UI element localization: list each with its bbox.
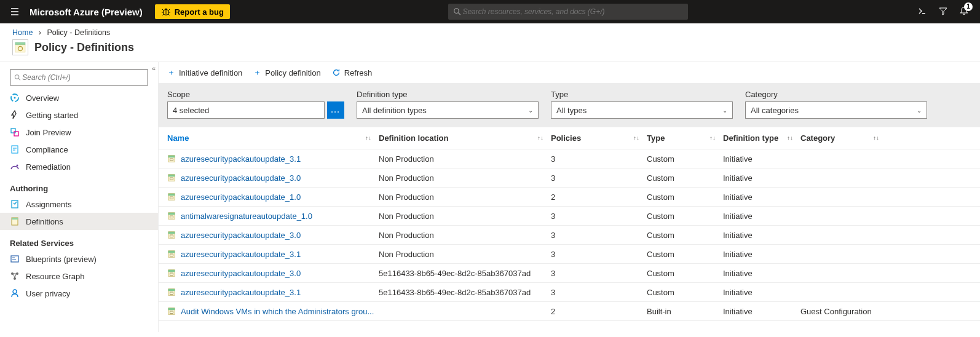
report-bug-button[interactable]: Report a bug: [155, 4, 230, 19]
svg-rect-15: [11, 256, 18, 262]
content: « Overview Getting started Join Preview …: [0, 61, 980, 332]
filter-category: Category All categories ⌄: [745, 90, 927, 119]
breadcrumb-sep: ›: [35, 28, 45, 37]
sidebar-item-getting-started[interactable]: Getting started: [0, 106, 158, 124]
notifications-button[interactable]: 1: [959, 6, 969, 18]
table-row: azuresecuritypackautoupdate_1.0Non Produ…: [159, 188, 980, 207]
cell-location: Non Production: [379, 212, 551, 221]
global-search[interactable]: [448, 4, 688, 20]
definition-link[interactable]: Audit Windows VMs in which the Administr…: [181, 307, 374, 316]
search-icon: [453, 7, 461, 16]
initiative-icon: [167, 288, 176, 296]
sidebar-section-related: Related Services: [0, 230, 158, 250]
svg-rect-3: [15, 45, 25, 52]
definition-link[interactable]: azuresecuritypackautoupdate_3.0: [181, 269, 301, 278]
add-initiative-definition-button[interactable]: ＋ Initiative definition: [167, 67, 242, 78]
sidebar-item-label: Join Preview: [26, 128, 71, 137]
cell-policies: 3: [551, 154, 647, 164]
refresh-button[interactable]: Refresh: [332, 68, 373, 77]
sidebar-item-compliance[interactable]: Compliance: [0, 141, 158, 158]
cell-policies: 3: [551, 212, 647, 221]
definition-link[interactable]: antimalwaresignatureautoupdate_1.0: [181, 212, 312, 221]
cell-definition-type: Initiative: [723, 288, 800, 297]
breadcrumb: Home › Policy - Definitions: [0, 23, 980, 39]
refresh-label: Refresh: [344, 68, 373, 77]
sidebar-item-label: Compliance: [26, 145, 68, 154]
cell-type: Custom: [647, 269, 723, 278]
table-row: azuresecuritypackautoupdate_3.05e116433-…: [159, 264, 980, 283]
column-header-policies[interactable]: Policies↑↓: [551, 133, 647, 143]
remediation-icon: [10, 162, 20, 172]
resource-graph-icon: [10, 271, 20, 281]
cell-definition-type: Initiative: [723, 212, 800, 221]
sidebar-search-input[interactable]: [21, 73, 144, 82]
filter-deftype-select[interactable]: All definition types ⌄: [357, 101, 539, 119]
breadcrumb-home[interactable]: Home: [12, 28, 33, 37]
cloud-shell-button[interactable]: [917, 6, 927, 18]
preview-icon: [10, 127, 20, 137]
cell-name: azuresecuritypackautoupdate_3.1: [167, 288, 379, 297]
sidebar-item-assignments[interactable]: Assignments: [0, 196, 158, 213]
initiative-icon: [167, 154, 176, 163]
cell-type: Built-in: [647, 307, 723, 316]
column-header-type[interactable]: Type↑↓: [647, 133, 723, 143]
sidebar-item-resource-graph[interactable]: Resource Graph: [0, 268, 158, 285]
brand-label: Microsoft Azure (Preview): [30, 7, 155, 17]
filter-cat-select[interactable]: All categories ⌄: [745, 101, 927, 119]
sidebar-item-definitions[interactable]: Definitions: [0, 213, 158, 230]
cell-category: Guest Configuration: [800, 307, 887, 316]
cell-policies: 2: [551, 307, 647, 316]
sidebar-search[interactable]: [10, 69, 148, 85]
definition-link[interactable]: azuresecuritypackautoupdate_3.0: [181, 231, 301, 240]
table-row: azuresecuritypackautoupdate_3.15e116433-…: [159, 283, 980, 302]
sidebar-item-join-preview[interactable]: Join Preview: [0, 124, 158, 141]
global-search-input[interactable]: [461, 7, 683, 17]
add-initiative-label: Initiative definition: [179, 68, 242, 77]
sidebar-collapse[interactable]: «: [152, 65, 156, 72]
svg-rect-33: [168, 232, 175, 234]
user-privacy-icon: [10, 288, 20, 298]
directory-filter-button[interactable]: [938, 6, 948, 18]
cell-policies: 3: [551, 288, 647, 297]
cell-policies: 3: [551, 231, 647, 240]
filter-scope-picker-button[interactable]: ...: [327, 101, 344, 119]
report-bug-label: Report a bug: [175, 7, 224, 17]
add-policy-definition-button[interactable]: ＋ Policy definition: [253, 67, 320, 78]
breadcrumb-current[interactable]: Policy - Definitions: [47, 28, 110, 37]
svg-rect-39: [168, 270, 175, 272]
definition-link[interactable]: azuresecuritypackautoupdate_3.1: [181, 154, 301, 164]
table-body: azuresecuritypackautoupdate_3.1Non Produ…: [159, 149, 980, 321]
svg-rect-24: [168, 175, 175, 177]
policy-icon: [15, 42, 26, 53]
sidebar-item-label: Blueprints (preview): [26, 255, 97, 264]
cell-location: 5e116433-8b65-49ec-8d2c-85ab367037ad: [379, 288, 551, 297]
hamburger-menu[interactable]: [0, 7, 30, 17]
svg-rect-8: [11, 129, 15, 133]
filter-scope-select[interactable]: 4 selected: [167, 101, 325, 119]
cell-policies: 3: [551, 250, 647, 259]
cell-definition-type: Initiative: [723, 269, 800, 278]
command-bar: ＋ Initiative definition ＋ Policy definit…: [159, 62, 980, 84]
definition-link[interactable]: azuresecuritypackautoupdate_1.0: [181, 192, 301, 202]
sidebar-item-remediation[interactable]: Remediation: [0, 158, 158, 175]
definition-link[interactable]: azuresecuritypackautoupdate_3.1: [181, 288, 301, 297]
column-header-location[interactable]: Definition location↑↓: [379, 133, 551, 143]
sidebar: « Overview Getting started Join Preview …: [0, 62, 159, 332]
column-header-definition-type[interactable]: Definition type↑↓: [723, 133, 800, 143]
filter-scope-value: 4 selected: [173, 106, 209, 115]
filter-deftype-label: Definition type: [357, 90, 539, 99]
initiative-icon: [167, 173, 176, 182]
column-header-name[interactable]: Name↑↓: [167, 133, 379, 143]
sidebar-item-overview[interactable]: Overview: [0, 89, 158, 106]
sidebar-item-user-privacy[interactable]: User privacy: [0, 285, 158, 302]
definition-link[interactable]: azuresecuritypackautoupdate_3.1: [181, 250, 301, 259]
initiative-icon: [167, 307, 176, 315]
filter-type-select[interactable]: All types ⌄: [551, 101, 733, 119]
column-header-category[interactable]: Category↑↓: [800, 133, 887, 143]
overview-icon: [10, 93, 20, 103]
hamburger-icon: [10, 7, 20, 17]
sidebar-item-blueprints[interactable]: Blueprints (preview): [0, 250, 158, 268]
cell-definition-type: Initiative: [723, 192, 800, 202]
cell-definition-type: Initiative: [723, 250, 800, 259]
definition-link[interactable]: azuresecuritypackautoupdate_3.0: [181, 173, 301, 183]
